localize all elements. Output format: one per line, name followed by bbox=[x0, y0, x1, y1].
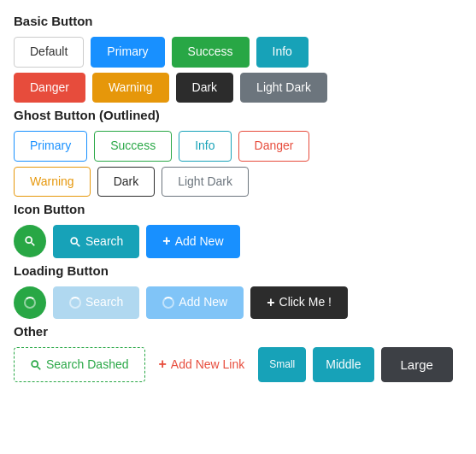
plus-icon-link: + bbox=[159, 355, 167, 374]
btn-info[interactable]: Info bbox=[256, 37, 309, 68]
ghost-button-row-1: Primary Success Info Danger bbox=[14, 131, 462, 162]
btn-link-label: Add New Link bbox=[171, 357, 244, 374]
btn-loading-click-label: Click Me ! bbox=[279, 294, 332, 311]
icon-button-row: Search + Add New bbox=[14, 225, 462, 257]
svg-line-1 bbox=[32, 243, 35, 246]
btn-small[interactable]: Small bbox=[258, 347, 306, 382]
loading-button-title: Loading Button bbox=[14, 263, 462, 278]
btn-ghost-dark[interactable]: Dark bbox=[97, 167, 156, 198]
icon-button-title: Icon Button bbox=[14, 202, 462, 216]
btn-dark[interactable]: Dark bbox=[176, 73, 234, 103]
btn-loading-add[interactable]: Add New bbox=[146, 286, 244, 319]
btn-icon-circle-search[interactable] bbox=[14, 225, 46, 257]
btn-ghost-primary[interactable]: Primary bbox=[14, 131, 87, 162]
loading-button-row: Search Add New + Click Me ! bbox=[14, 286, 462, 319]
btn-ghost-info[interactable]: Info bbox=[179, 131, 231, 162]
svg-point-2 bbox=[71, 238, 77, 244]
btn-warning[interactable]: Warning bbox=[92, 73, 169, 103]
btn-loading-search[interactable]: Search bbox=[53, 286, 139, 319]
search-icon bbox=[24, 235, 36, 247]
btn-ghost-warning[interactable]: Warning bbox=[14, 167, 91, 198]
btn-loading-circle[interactable] bbox=[14, 286, 46, 319]
search-icon-inline bbox=[69, 236, 81, 248]
svg-line-3 bbox=[77, 243, 80, 246]
plus-icon-loading: + bbox=[267, 293, 274, 312]
spinner-search-icon bbox=[69, 297, 81, 309]
svg-point-0 bbox=[26, 238, 32, 244]
loading-button-section: Loading Button Search Add New + Click Me… bbox=[14, 263, 462, 319]
svg-point-4 bbox=[32, 361, 38, 367]
btn-ghost-light-dark[interactable]: Light Dark bbox=[162, 167, 249, 198]
btn-success[interactable]: Success bbox=[172, 37, 250, 68]
btn-ghost-success[interactable]: Success bbox=[94, 131, 172, 162]
ghost-button-section: Ghost Button (Outlined) Primary Success … bbox=[14, 108, 462, 197]
btn-search-dashed[interactable]: Search Dashed bbox=[14, 347, 145, 382]
btn-danger[interactable]: Danger bbox=[14, 73, 85, 103]
other-button-row: Search Dashed + Add New Link Small Middl… bbox=[14, 347, 462, 382]
btn-light-dark[interactable]: Light Dark bbox=[240, 73, 327, 103]
ghost-button-title: Ghost Button (Outlined) bbox=[14, 108, 462, 122]
btn-ghost-danger[interactable]: Danger bbox=[238, 131, 310, 162]
basic-button-section: Basic Button Default Primary Success Inf… bbox=[14, 14, 462, 103]
btn-loading-click[interactable]: + Click Me ! bbox=[250, 286, 348, 319]
svg-line-5 bbox=[38, 366, 41, 369]
btn-default[interactable]: Default bbox=[14, 37, 84, 68]
basic-button-title: Basic Button bbox=[14, 14, 462, 28]
btn-middle[interactable]: Middle bbox=[313, 347, 373, 382]
basic-button-row-2: Danger Warning Dark Light Dark bbox=[14, 73, 462, 103]
btn-add-new[interactable]: + Add New bbox=[146, 225, 239, 257]
btn-dashed-label: Search Dashed bbox=[46, 357, 129, 374]
btn-primary[interactable]: Primary bbox=[91, 37, 164, 68]
btn-loading-search-label: Search bbox=[85, 294, 123, 311]
spinner-icon bbox=[24, 297, 36, 309]
plus-icon: + bbox=[162, 232, 170, 251]
other-section: Other Search Dashed + Add New Link Small… bbox=[14, 324, 462, 382]
spinner-add-icon bbox=[162, 297, 174, 309]
btn-large[interactable]: Large bbox=[381, 347, 453, 382]
btn-loading-add-label: Add New bbox=[179, 294, 227, 311]
btn-add-label: Add New bbox=[175, 233, 224, 251]
basic-button-row-1: Default Primary Success Info bbox=[14, 37, 462, 68]
btn-search-label: Search bbox=[85, 233, 123, 251]
btn-search[interactable]: Search bbox=[53, 225, 139, 257]
ghost-button-row-2: Warning Dark Light Dark bbox=[14, 167, 462, 198]
btn-link-add[interactable]: + Add New Link bbox=[152, 347, 252, 382]
search-dashed-icon bbox=[30, 359, 42, 371]
other-title: Other bbox=[14, 324, 462, 339]
icon-button-section: Icon Button Search + Add New bbox=[14, 202, 462, 257]
